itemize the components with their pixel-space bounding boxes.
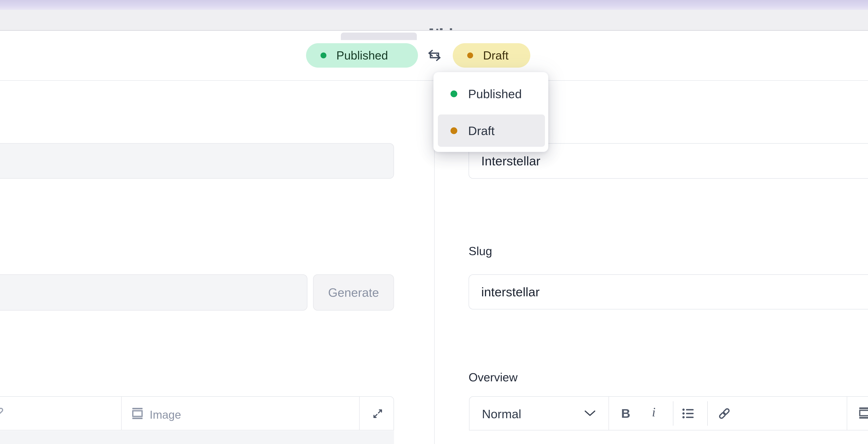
- overview-label: Overview: [469, 371, 518, 384]
- paragraph-style-select[interactable]: Normal: [482, 407, 521, 421]
- toolbar-divider: [847, 396, 847, 431]
- left-field-1-input[interactable]: [0, 143, 394, 179]
- link-icon[interactable]: [717, 407, 731, 420]
- media-image-icon[interactable]: [131, 407, 144, 420]
- dropdown-item-published[interactable]: Published: [438, 78, 545, 110]
- toolbar-divider: [609, 396, 609, 431]
- generate-button[interactable]: Generate: [313, 274, 394, 310]
- italic-button[interactable]: i: [652, 405, 655, 419]
- status-dropdown-menu: Published Draft: [433, 72, 548, 152]
- media-image-icon[interactable]: [858, 407, 868, 419]
- published-dot-icon: [320, 53, 327, 58]
- status-badge-draft[interactable]: Draft: [453, 43, 530, 68]
- bold-button[interactable]: B: [621, 407, 630, 420]
- toolbar-divider: [673, 401, 673, 426]
- browser-bookmarks-bar: [0, 10, 868, 31]
- link-icon[interactable]: [0, 407, 4, 418]
- browser-titlebar: [0, 0, 868, 10]
- status-badge-label: Published: [336, 49, 388, 62]
- draft-dot-icon: [467, 53, 473, 58]
- dropdown-item-draft[interactable]: Draft: [438, 114, 545, 147]
- browser-tab[interactable]: [341, 33, 417, 40]
- bullet-list-icon[interactable]: [682, 407, 695, 420]
- dropdown-item-label: Draft: [468, 124, 495, 138]
- toolbar-divider: [121, 396, 122, 431]
- overview-editor-toolbar: [469, 396, 868, 431]
- toolbar-divider: [707, 401, 708, 426]
- published-dot-icon: [451, 90, 457, 97]
- left-field-2-input[interactable]: [0, 274, 307, 310]
- status-badge-label: Draft: [483, 49, 508, 62]
- slug-label: Slug: [469, 245, 492, 257]
- image-button-label[interactable]: Image: [150, 408, 181, 422]
- left-editor-toolbar: [0, 396, 394, 431]
- expand-diagonal-icon[interactable]: [372, 408, 384, 420]
- toolbar-divider: [359, 396, 360, 431]
- left-editor-content[interactable]: [0, 431, 394, 444]
- cms-edit-screen: Published Draft Published Draft Generate: [0, 0, 868, 444]
- dropdown-item-label: Published: [468, 87, 522, 101]
- status-badge-published[interactable]: Published: [306, 43, 418, 68]
- slug-input[interactable]: [469, 274, 868, 309]
- swap-arrows-icon: [427, 48, 442, 63]
- draft-dot-icon: [451, 127, 457, 134]
- chevron-down-icon[interactable]: [585, 410, 595, 417]
